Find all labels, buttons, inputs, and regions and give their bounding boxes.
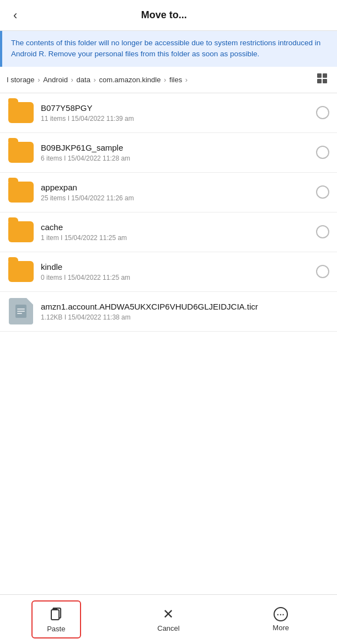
breadcrumb: I storage › Android › data › com.amazon.… <box>0 67 337 93</box>
file-meta: 1.12KB I 15/04/2022 11:38 am <box>41 313 329 321</box>
separator: › <box>38 76 42 84</box>
svg-rect-1 <box>323 73 327 78</box>
file-info: B077Y58PGY 11 items I 15/04/2022 11:39 a… <box>41 103 312 123</box>
radio-button[interactable] <box>316 225 329 238</box>
page-title: Move to... <box>22 9 306 21</box>
folder-icon <box>8 258 34 285</box>
folder-icon <box>8 99 34 126</box>
file-list: B077Y58PGY 11 items I 15/04/2022 11:39 a… <box>0 93 337 589</box>
breadcrumb-part: Android <box>43 76 68 84</box>
file-info: amzn1.account.AHDWA5UKXCIP6VHUD6GLJEIDJC… <box>41 301 329 322</box>
file-meta: 0 items I 15/04/2022 11:25 am <box>41 274 312 281</box>
grid-view-icon[interactable] <box>314 71 330 88</box>
more-button[interactable]: ··· More <box>256 603 306 636</box>
file-name: B09BJKP61G_sample <box>41 142 312 153</box>
list-item[interactable]: B09BJKP61G_sample 6 items I 15/04/2022 1… <box>0 133 337 173</box>
breadcrumb-part: com.amazon.kindle <box>99 76 161 84</box>
list-item[interactable]: appexpan 25 items I 15/04/2022 11:26 am <box>0 173 337 212</box>
breadcrumb-part: files <box>169 76 182 84</box>
separator: › <box>164 76 168 84</box>
warning-text: The contents of this folder will no long… <box>11 38 328 60</box>
svg-rect-0 <box>317 73 322 78</box>
radio-button[interactable] <box>316 106 329 119</box>
file-name: kindle <box>41 262 312 273</box>
cancel-button[interactable]: ✕ Cancel <box>143 602 193 637</box>
file-meta: 6 items I 15/04/2022 11:28 am <box>41 155 312 162</box>
folder-icon <box>8 179 34 205</box>
separator: › <box>185 76 188 84</box>
svg-rect-7 <box>17 313 22 314</box>
svg-rect-10 <box>53 608 57 610</box>
more-label: More <box>272 624 289 632</box>
file-info: B09BJKP61G_sample 6 items I 15/04/2022 1… <box>41 142 312 163</box>
svg-rect-2 <box>317 79 322 83</box>
radio-button[interactable] <box>316 146 329 159</box>
file-meta: 1 item I 15/04/2022 11:25 am <box>41 234 312 242</box>
folder-icon <box>8 219 34 245</box>
list-item[interactable]: cache 1 item I 15/04/2022 11:25 am <box>0 212 337 252</box>
paste-label: Paste <box>47 625 65 633</box>
paste-icon <box>49 606 63 622</box>
svg-rect-6 <box>17 311 25 312</box>
cancel-icon: ✕ <box>163 606 174 622</box>
warning-banner: The contents of this folder will no long… <box>0 31 337 67</box>
more-icon: ··· <box>274 607 288 621</box>
file-info: appexpan 25 items I 15/04/2022 11:26 am <box>41 182 312 203</box>
separator: › <box>94 76 98 84</box>
file-meta: 25 items I 15/04/2022 11:26 am <box>41 194 312 202</box>
radio-button[interactable] <box>316 265 329 278</box>
radio-button[interactable] <box>316 185 329 199</box>
folder-icon <box>8 139 34 166</box>
document-icon <box>8 298 34 324</box>
paste-button[interactable]: Paste <box>31 600 81 638</box>
header: ‹ Move to... <box>0 0 337 31</box>
bottom-toolbar: Paste ✕ Cancel ··· More <box>0 594 337 644</box>
breadcrumb-part: data <box>77 76 90 84</box>
list-item[interactable]: kindle 0 items I 15/04/2022 11:25 am <box>0 252 337 292</box>
file-name: appexpan <box>41 182 312 193</box>
file-name: B077Y58PGY <box>41 103 312 114</box>
breadcrumb-text[interactable]: I storage › Android › data › com.amazon.… <box>7 76 314 84</box>
svg-rect-9 <box>51 610 59 620</box>
separator: › <box>71 76 76 84</box>
file-info: kindle 0 items I 15/04/2022 11:25 am <box>41 262 312 282</box>
svg-rect-5 <box>17 308 25 310</box>
file-info: cache 1 item I 15/04/2022 11:25 am <box>41 222 312 242</box>
file-meta: 11 items I 15/04/2022 11:39 am <box>41 115 312 123</box>
list-item[interactable]: amzn1.account.AHDWA5UKXCIP6VHUD6GLJEIDJC… <box>0 292 337 332</box>
file-name: cache <box>41 222 312 233</box>
breadcrumb-part: I storage <box>7 76 35 84</box>
file-name: amzn1.account.AHDWA5UKXCIP6VHUD6GLJEIDJC… <box>41 301 329 312</box>
cancel-label: Cancel <box>157 624 179 632</box>
back-button[interactable]: ‹ <box>9 7 22 24</box>
list-item[interactable]: B077Y58PGY 11 items I 15/04/2022 11:39 a… <box>0 93 337 133</box>
svg-rect-3 <box>323 79 327 83</box>
